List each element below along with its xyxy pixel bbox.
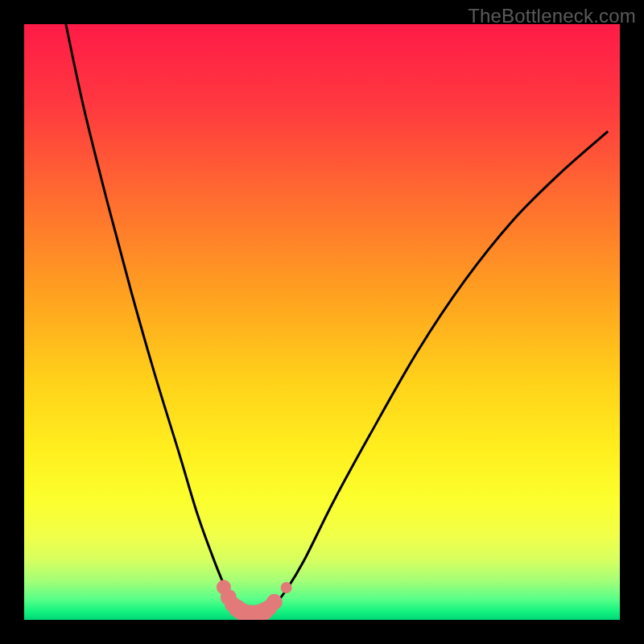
bottleneck-curve	[66, 24, 608, 614]
optimal-marker	[281, 582, 292, 593]
optimal-marker	[266, 594, 283, 610]
watermark-text: TheBottleneck.com	[468, 5, 636, 27]
bottleneck-plot	[24, 24, 620, 620]
chart-frame	[24, 24, 620, 620]
optimal-range-markers	[217, 580, 292, 620]
